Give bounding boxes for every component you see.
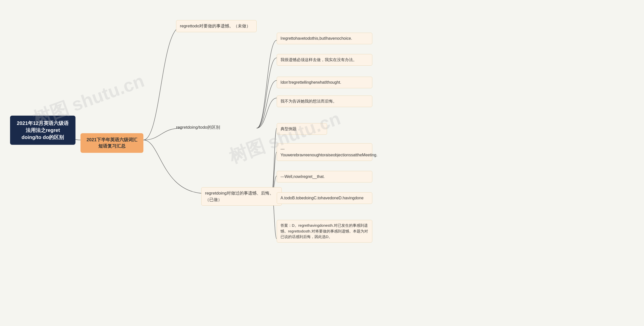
mind-map-container: 2021年12月英语六级语法用法之regret doing/to do的区别 2…: [0, 0, 644, 326]
node-l3-5: 典型例题: [277, 123, 327, 135]
connectors: [0, 0, 644, 326]
node-l3-6: ---Youwerebravreenoughtoraiseobjectionss…: [277, 143, 372, 161]
node-l3-9: 答案：D。regrethavingdonesth.对已发生的事感到遗憾。regr…: [277, 220, 372, 243]
node-regretdoing: regretdoing对做过的事遗憾、后悔。（已做）: [201, 187, 282, 206]
node-regrettodo: regrettodo对要做的事遗憾。（未做）: [176, 20, 257, 32]
node-l3-1: Iregrettohavetodothis,butIhavenochoice.: [277, 33, 372, 44]
node-regretdoing-label: regretdoing/todo的区别: [176, 124, 220, 130]
node-l3-4: 我不为告诉她我的想法而后悔。: [277, 96, 372, 107]
l1-node: 2021下半年英语六级词汇短语复习汇总: [80, 133, 143, 153]
node-l3-7: ---Well,nowIregret__that.: [277, 171, 372, 182]
root-node: 2021年12月英语六级语法用法之regret doing/to do的区别: [10, 116, 75, 145]
node-l3-8: A.todoB.tobedoingC.tohavedoneD.havingdon…: [277, 192, 372, 204]
node-l3-2: 我很遗憾必须这样去做，我实在没有办法。: [277, 54, 372, 66]
node-l3-3: Idon'tregrettellingherwhatIthought.: [277, 77, 372, 88]
